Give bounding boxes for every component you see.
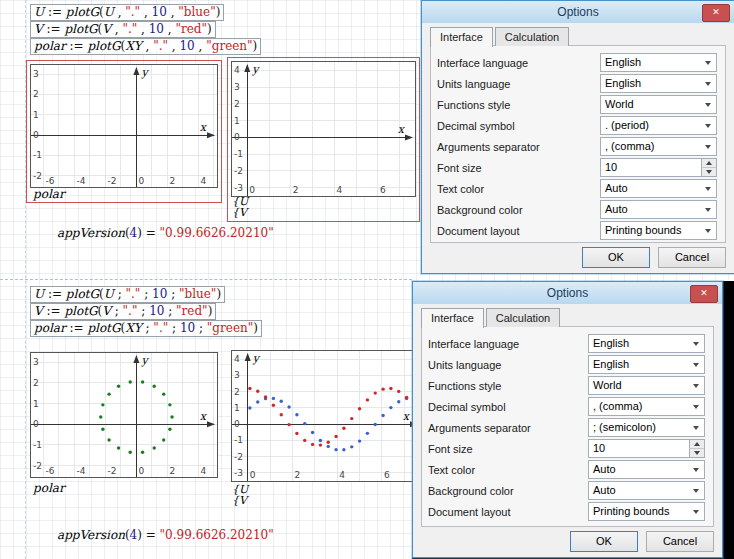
code-segment: := — [66, 321, 88, 335]
dialog-buttons: OK Cancel — [570, 531, 714, 552]
cancel-button[interactable]: Cancel — [646, 531, 714, 552]
code-segment: "green" — [207, 321, 253, 335]
dialog-titlebar[interactable]: Options — [413, 282, 722, 304]
tick-label: 1 — [33, 399, 39, 409]
tick-label: -1 — [234, 435, 243, 445]
data-point — [350, 417, 353, 420]
tab-interface[interactable]: Interface — [430, 27, 493, 47]
units-language-dropdown[interactable]: English — [588, 355, 705, 374]
math-region[interactable]: U := plotG(U ; "." ; 10 ; "blue") — [30, 286, 225, 303]
decimal-symbol-dropdown[interactable]: , (comma) — [588, 397, 705, 416]
option-row: Document layoutPrinting bounds — [431, 220, 725, 241]
plot-region-polar[interactable]: yx3210-1-2-6-4-2024 — [30, 352, 218, 478]
tick-label: 6 — [380, 185, 386, 195]
functions-style-label: Functions style — [437, 99, 600, 111]
plot-region-uv[interactable]: yx43210-1-2-30246 — [231, 350, 421, 482]
chevron-down-icon — [705, 208, 711, 212]
dropdown-value: . (period) — [605, 119, 649, 131]
chevron-down-icon — [705, 82, 711, 86]
tab-interface[interactable]: Interface — [421, 308, 484, 328]
data-point — [334, 448, 337, 451]
dropdown-value: English — [593, 337, 629, 349]
ok-button[interactable]: OK — [582, 247, 650, 268]
chevron-down-icon — [705, 145, 711, 149]
code-segment: "." — [125, 5, 140, 19]
spinner-down-icon[interactable] — [689, 449, 704, 457]
axis-arrow-icon — [244, 64, 250, 72]
text-color-label: Text color — [437, 183, 600, 195]
math-region[interactable]: V := plotG(V ; "." ; 10 ; "red") — [30, 303, 216, 320]
tick-label: 3 — [33, 69, 39, 79]
code-segment: ) — [253, 39, 258, 53]
spinner-up-icon[interactable] — [689, 440, 704, 449]
chevron-down-icon — [705, 229, 711, 233]
data-point — [295, 413, 298, 416]
code-segment: "0.99.6626.20210" — [160, 226, 274, 240]
tick-label: 0 — [33, 130, 39, 140]
code-segment: ; — [137, 304, 149, 318]
tick-label: -6 — [45, 466, 54, 476]
plot-region-polar-empty[interactable]: yx3210-1-2-6-4-2024 — [30, 64, 218, 188]
arguments-separator-dropdown[interactable]: , (comma) — [600, 137, 717, 156]
data-point — [256, 400, 259, 403]
units-language-dropdown[interactable]: English — [600, 74, 717, 93]
code-segment: 10 — [149, 22, 164, 36]
data-point — [319, 439, 322, 442]
decimal-symbol-dropdown[interactable]: . (period) — [600, 116, 717, 135]
page-break-line — [0, 279, 412, 280]
chevron-down-icon — [693, 489, 699, 493]
ok-button[interactable]: OK — [570, 531, 638, 552]
options-dialog-top: Options ✕ Interface Calculation Interfac… — [421, 0, 734, 274]
functions-style-dropdown[interactable]: World — [600, 95, 717, 114]
code-segment: V — [102, 304, 111, 318]
interface-language-dropdown[interactable]: English — [588, 334, 705, 353]
option-row: Units languageEnglish — [422, 354, 713, 375]
code-segment: , — [142, 39, 153, 53]
dialog-titlebar[interactable]: Options — [422, 1, 734, 23]
dropdown-value: ; (semicolon) — [593, 421, 656, 433]
spinner-value: 10 — [593, 442, 605, 454]
tick-label: 4 — [234, 354, 240, 364]
math-region[interactable]: polar := plotG(XY , "." , 10 , "green") — [30, 38, 261, 55]
spinner-value: 10 — [605, 161, 617, 173]
interface-language-dropdown[interactable]: English — [600, 53, 717, 72]
document-layout-dropdown[interactable]: Printing bounds — [600, 221, 717, 240]
math-region[interactable]: V := plotG(V , "." , 10 , "red") — [30, 21, 216, 38]
option-row: Font size10 — [431, 157, 725, 178]
font-size-spinner[interactable]: 10 — [600, 158, 717, 177]
data-point — [248, 387, 251, 390]
font-size-spinner[interactable]: 10 — [588, 439, 705, 458]
tick-label: 0 — [138, 176, 144, 186]
code-segment: "." — [122, 22, 137, 36]
background-color-dropdown[interactable]: Auto — [600, 200, 717, 219]
background-color-dropdown[interactable]: Auto — [588, 481, 705, 500]
data-point — [358, 439, 361, 442]
code-segment: 10 — [180, 321, 195, 335]
plot-region-uv-empty[interactable]: yx43210-1-2-30246 — [231, 61, 416, 197]
math-region[interactable]: polar := plotG(XY ; "." ; 10 ; "green") — [30, 320, 262, 337]
code-segment: := — [43, 304, 65, 318]
app-version-region[interactable]: appVersion(4) = "0.99.6626.20210" — [57, 226, 274, 242]
axis-label: x — [403, 410, 411, 423]
app-version-region[interactable]: appVersion(4) = "0.99.6626.20210" — [57, 528, 274, 544]
code-segment: XY — [125, 321, 141, 335]
close-icon[interactable]: ✕ — [690, 285, 718, 303]
text-color-dropdown[interactable]: Auto — [600, 179, 717, 198]
data-point — [153, 446, 156, 449]
spinner-up-icon[interactable] — [701, 159, 716, 168]
close-icon[interactable]: ✕ — [702, 4, 730, 22]
functions-style-dropdown[interactable]: World — [588, 376, 705, 395]
document-layout-dropdown[interactable]: Printing bounds — [588, 502, 705, 521]
tab-calculation[interactable]: Calculation — [495, 27, 569, 46]
spinner-down-icon[interactable] — [701, 168, 716, 176]
tab-calculation[interactable]: Calculation — [486, 308, 560, 327]
tick-label: -2 — [234, 166, 243, 176]
math-region[interactable]: U := plotG(U , "." , 10 , "blue") — [30, 4, 224, 21]
code-segment: , — [195, 39, 206, 53]
code-segment: "red" — [175, 22, 207, 36]
arguments-separator-dropdown[interactable]: ; (semicolon) — [588, 418, 705, 437]
text-color-dropdown[interactable]: Auto — [588, 460, 705, 479]
option-row: Text colorAuto — [422, 459, 713, 480]
cancel-button[interactable]: Cancel — [658, 247, 726, 268]
option-row: Interface languageEnglish — [422, 333, 713, 354]
